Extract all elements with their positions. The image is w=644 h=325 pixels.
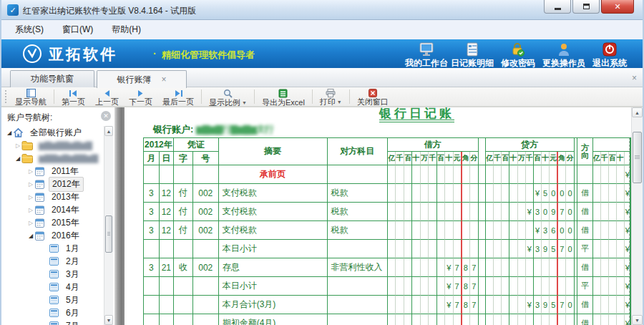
debit-digit-cell bbox=[396, 296, 404, 314]
tree-item[interactable]: 3月 bbox=[1, 268, 104, 281]
tree-panel-title: 账户导航树: bbox=[7, 112, 52, 124]
collapse-arrow-icon[interactable]: ◢ bbox=[27, 233, 34, 239]
tab-inactive[interactable]: 功能导航窗 bbox=[10, 70, 94, 87]
debit-digit-cell bbox=[445, 221, 453, 240]
tree-scrollbar-thumb[interactable] bbox=[105, 215, 112, 253]
main-scrollbar-thumb[interactable] bbox=[633, 132, 642, 183]
debit-digit-cell bbox=[404, 203, 412, 221]
minimize-button[interactable] bbox=[544, 0, 571, 14]
tree-item[interactable]: ◢全部银行账户 bbox=[1, 126, 104, 139]
debit-digit-cell bbox=[470, 184, 478, 203]
dropdown-arrow-icon[interactable]: ▼ bbox=[242, 100, 247, 105]
cell-direction: 借 bbox=[577, 258, 592, 277]
debit-digit-cell: 7 bbox=[454, 258, 462, 277]
tree-item[interactable]: ◢▆▇▇▆▇▆▇▇▆▇ bbox=[1, 152, 104, 165]
toolbar-button-last-page[interactable]: 最后一页 bbox=[157, 87, 199, 106]
tree-scroll-down-icon[interactable]: ▼ bbox=[104, 315, 113, 325]
credit-digit-cell bbox=[494, 314, 502, 325]
digit-header: 分 bbox=[470, 152, 478, 165]
account-tree-panel: 账户导航树: ✕ ◢全部银行账户▷▆▇▆▇▇▆▇▆▇◢▆▇▇▆▇▆▇▇▆▇▷20… bbox=[1, 107, 114, 325]
tab-active[interactable]: 银行账簿× bbox=[97, 70, 187, 88]
toolbar-button-show-nav[interactable]: 显示导航 bbox=[10, 87, 52, 106]
main-scroll-down-icon[interactable]: ▼ bbox=[632, 315, 643, 325]
toolbar-button-close-window[interactable]: 关闭窗口 bbox=[352, 87, 394, 106]
toolbar-button-export-excel[interactable]: 导出为Excel bbox=[257, 87, 310, 106]
toolbar-button-print[interactable]: 打印▼ bbox=[315, 87, 347, 106]
collapse-arrow-icon[interactable]: ◢ bbox=[6, 130, 13, 136]
debit-digit-cell bbox=[404, 314, 412, 325]
digit-header: 百 bbox=[437, 152, 445, 165]
cell-day: 12 bbox=[160, 203, 174, 221]
main-scroll-up-icon[interactable]: ▲ bbox=[632, 107, 643, 117]
cell-opposite: 税款 bbox=[328, 184, 389, 203]
toolbar-button-label: 上一页 bbox=[95, 97, 119, 106]
menu-item[interactable]: 窗口(W) bbox=[53, 21, 102, 39]
debit-digit-cell bbox=[404, 296, 412, 314]
tabstrip-close-icon[interactable]: × bbox=[632, 73, 637, 83]
menu-item[interactable]: 帮助(H) bbox=[102, 21, 150, 39]
credit-digit-cell bbox=[509, 296, 517, 314]
toolbar-button-first-page[interactable]: 第一页 bbox=[57, 87, 90, 106]
banner-action-exit-system[interactable]: 退出系统 bbox=[587, 41, 633, 68]
tree-item-label: ▆▇▆▇▇▆▇▆▇ bbox=[36, 140, 94, 151]
debit-digit-cell: 7 bbox=[470, 277, 478, 296]
zoom-scale-icon bbox=[223, 89, 233, 98]
expand-arrow-icon[interactable]: ▷ bbox=[27, 181, 34, 188]
credit-digit-cell bbox=[494, 277, 502, 296]
tree-scroll-up-icon[interactable]: ▲ bbox=[104, 126, 113, 136]
toolbar-button-next-page[interactable]: 下一页 bbox=[124, 87, 157, 106]
close-button[interactable]: ✕ bbox=[601, 0, 634, 14]
tree-item[interactable]: ▷2013年 bbox=[1, 190, 104, 203]
expand-arrow-icon[interactable]: ▷ bbox=[27, 194, 34, 200]
debit-digit-cell bbox=[404, 277, 412, 296]
calendar-icon bbox=[34, 231, 46, 241]
tree-item[interactable]: ▷2015年 bbox=[1, 216, 104, 229]
tree-item[interactable]: 6月 bbox=[1, 306, 104, 319]
debit-digit-cell bbox=[437, 296, 445, 314]
credit-digit-cell bbox=[566, 258, 574, 277]
tab-close-icon[interactable]: × bbox=[161, 74, 166, 84]
cell-summary: 本月合计(3月) bbox=[219, 296, 328, 314]
menu-item[interactable]: 系统(S) bbox=[6, 21, 53, 39]
tree-item[interactable]: ▷2014年 bbox=[1, 203, 104, 216]
dropdown-arrow-icon[interactable]: ▼ bbox=[337, 100, 342, 105]
calendar-icon bbox=[34, 192, 46, 203]
toolbar-button-label: 显示比例 bbox=[209, 98, 240, 107]
expand-arrow-icon[interactable]: ▷ bbox=[14, 142, 21, 149]
banner-actions: 我的工作台日记账明细修改密码更换操作员退出系统 bbox=[404, 41, 633, 68]
debit-digit-cell bbox=[396, 184, 404, 203]
maximize-button[interactable] bbox=[572, 0, 600, 14]
tree-item[interactable]: 5月 bbox=[1, 294, 104, 306]
credit-digit-cell: ¥ bbox=[526, 240, 534, 258]
tree-item[interactable]: 2月 bbox=[1, 255, 104, 268]
toolbar-button-zoom-scale[interactable]: 显示比例▼ bbox=[204, 87, 252, 106]
banner-action-change-password[interactable]: 修改密码 bbox=[495, 41, 541, 68]
main-scrollbar[interactable]: ▲ ▼ bbox=[631, 107, 643, 325]
credit-digit-cell bbox=[518, 184, 526, 203]
banner-action-journal-detail[interactable]: 日记账明细 bbox=[449, 41, 495, 68]
toolbar-button-prev-page[interactable]: 上一页 bbox=[90, 87, 124, 106]
tree-item-selected[interactable]: ▷2012年 bbox=[1, 178, 104, 190]
tree-item[interactable]: ▷2011年 bbox=[1, 165, 104, 178]
expand-arrow-icon[interactable]: ▷ bbox=[27, 168, 34, 175]
tree-item[interactable]: 1月 bbox=[1, 242, 104, 255]
balance-digit-cell bbox=[593, 203, 601, 221]
collapse-arrow-icon[interactable]: ◢ bbox=[14, 155, 21, 162]
group-separator bbox=[479, 240, 486, 258]
tree-item[interactable]: 7月 bbox=[1, 319, 104, 325]
debit-digit-cell bbox=[388, 240, 396, 258]
tree-scrollbar[interactable]: ▲ ▼ bbox=[104, 126, 113, 325]
expand-arrow-icon[interactable]: ▷ bbox=[27, 207, 34, 213]
expand-arrow-icon[interactable]: ▷ bbox=[27, 220, 34, 226]
tree-item[interactable]: ▷▆▇▆▇▇▆▇▆▇ bbox=[1, 139, 104, 152]
tree-item[interactable]: ◢2016年 bbox=[1, 229, 104, 242]
credit-digit-cell bbox=[494, 165, 502, 184]
banner-action-switch-operator[interactable]: 更换操作员 bbox=[541, 41, 587, 68]
banner-action-workstation[interactable]: 我的工作台 bbox=[404, 41, 449, 68]
tree-item[interactable]: 4月 bbox=[1, 281, 104, 294]
panel-splitter[interactable] bbox=[114, 107, 125, 325]
credit-digit-cell bbox=[534, 314, 542, 325]
credit-digit-cell bbox=[558, 258, 566, 277]
credit-digit-cell: ¥ bbox=[526, 296, 534, 314]
tree-panel-close-icon[interactable]: ✕ bbox=[101, 111, 111, 121]
